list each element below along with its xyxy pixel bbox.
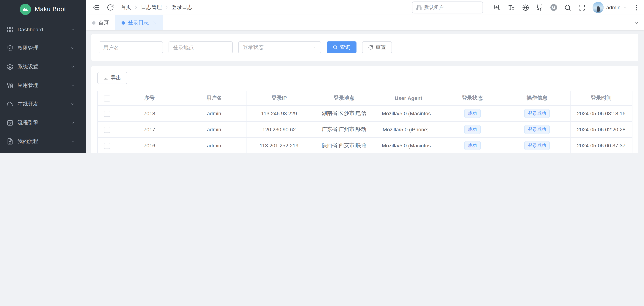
cell-login-time: 2024-05-06 00:37:37 bbox=[570, 138, 632, 153]
cell-location: 广东省|广州市|移动 bbox=[312, 121, 376, 138]
breadcrumb-log-management[interactable]: 日志管理 bbox=[141, 4, 162, 11]
row-checkbox[interactable] bbox=[104, 127, 110, 133]
operation-badge: 登录成功 bbox=[524, 109, 550, 118]
table-row: 7018admin113.246.93.229湖南省|长沙市|电信Mozilla… bbox=[98, 105, 632, 121]
sidebar-item-online-dev[interactable]: 在线开发 bbox=[0, 95, 86, 113]
chevron-down-icon bbox=[70, 102, 75, 106]
tabs: 首页登录日志 bbox=[86, 15, 163, 30]
sidebar-item-label: 流程引擎 bbox=[18, 119, 68, 126]
tab-login-log[interactable]: 登录日志 bbox=[115, 15, 163, 30]
refresh-icon bbox=[368, 45, 373, 50]
app-title: Maku Boot bbox=[35, 6, 66, 13]
login-status-placeholder: 登录状态 bbox=[243, 44, 264, 51]
cell-login-time: 2024-05-06 08:18:16 bbox=[570, 105, 632, 121]
login-log-table: 序号用户名登录IP登录地点User Agent登录状态操作信息登录时间 7018… bbox=[97, 91, 632, 153]
sidebar-item-label: 应用管理 bbox=[18, 82, 68, 89]
tab-home[interactable]: 首页 bbox=[86, 15, 115, 30]
font-size-icon[interactable] bbox=[508, 4, 515, 11]
status-badge: 成功 bbox=[464, 125, 480, 134]
operation-badge: 登录成功 bbox=[524, 125, 550, 134]
tabs-dropdown-button[interactable] bbox=[628, 15, 644, 30]
logo: Maku Boot bbox=[0, 0, 86, 19]
grid-icon bbox=[7, 26, 14, 33]
chevron-down-icon bbox=[312, 45, 316, 50]
breadcrumb-current: 登录日志 bbox=[172, 4, 192, 11]
search-icon[interactable] bbox=[564, 4, 571, 11]
cell-seq: 7016 bbox=[117, 138, 182, 153]
tenant-select[interactable]: 默认租户 bbox=[412, 2, 483, 14]
user-name: admin bbox=[606, 5, 620, 11]
cell-ip: 120.230.90.62 bbox=[246, 121, 312, 138]
table-row: 7016admin113.201.252.219陕西省|西安市|联通Mozill… bbox=[98, 138, 632, 153]
topbar: 首页 日志管理 登录日志 默认租户 bbox=[86, 0, 644, 15]
status-badge: 成功 bbox=[464, 109, 480, 118]
sidebar-item-permission[interactable]: 权限管理 bbox=[0, 39, 86, 58]
app-grid-icon bbox=[7, 82, 14, 89]
sidebar-item-label: 系统设置 bbox=[18, 64, 68, 70]
search-button[interactable]: 查询 bbox=[327, 42, 356, 53]
tab-label: 首页 bbox=[98, 20, 109, 26]
sidebar: Maku Boot Dashboard权限管理系统设置应用管理在线开发流程引擎我… bbox=[0, 0, 86, 153]
table-card: 导出 序号用户名登录IP登录地点User Agent登录状态操作信息登录时间 7… bbox=[91, 66, 638, 153]
tab-label: 登录日志 bbox=[128, 20, 149, 26]
reset-button[interactable]: 重置 bbox=[362, 42, 392, 53]
cell-user-agent: Mozilla/5.0 (Macintos... bbox=[376, 105, 441, 121]
user-menu[interactable]: admin bbox=[592, 2, 628, 13]
sidebar-item-label: Dashboard bbox=[18, 27, 68, 33]
cell-username: admin bbox=[182, 105, 246, 121]
export-button[interactable]: 导出 bbox=[97, 72, 127, 84]
table-toolbar: 导出 bbox=[97, 72, 632, 84]
content: 登录状态 查询 重置 bbox=[86, 30, 644, 153]
username-input[interactable] bbox=[99, 42, 163, 53]
operation-badge: 登录成功 bbox=[524, 141, 550, 150]
sidebar-item-application[interactable]: 应用管理 bbox=[0, 76, 86, 95]
cell-username: admin bbox=[182, 121, 246, 138]
filter-card: 登录状态 查询 重置 bbox=[91, 34, 638, 61]
row-checkbox[interactable] bbox=[104, 143, 110, 149]
column-header: 登录地点 bbox=[312, 91, 376, 105]
app-root: Maku Boot Dashboard权限管理系统设置应用管理在线开发流程引擎我… bbox=[0, 0, 644, 153]
cell-user-agent: Mozilla/5.0 (Macintos... bbox=[376, 138, 441, 153]
gitee-icon[interactable]: G bbox=[550, 4, 557, 11]
sidebar-item-my-flow[interactable]: 我的流程 bbox=[0, 132, 86, 151]
fullscreen-icon[interactable] bbox=[578, 4, 586, 11]
shield-check-icon bbox=[7, 45, 14, 52]
row-checkbox[interactable] bbox=[104, 111, 110, 117]
chevron-down-icon bbox=[70, 139, 75, 144]
translate-icon[interactable] bbox=[494, 4, 501, 11]
login-status-select[interactable]: 登录状态 bbox=[238, 42, 321, 53]
sidebar-item-label: 权限管理 bbox=[18, 45, 68, 52]
calendar-check-icon bbox=[7, 119, 14, 126]
chevron-down-icon bbox=[623, 5, 628, 10]
topbar-right: 默认租户 G bbox=[412, 2, 639, 14]
cell-location: 陕西省|西安市|联通 bbox=[312, 138, 376, 153]
more-options-icon[interactable] bbox=[635, 4, 639, 11]
column-header: 登录IP bbox=[246, 91, 312, 105]
sidebar-item-system-settings[interactable]: 系统设置 bbox=[0, 58, 86, 76]
sidebar-collapse-icon[interactable] bbox=[92, 4, 100, 11]
sidebar-item-flow-engine[interactable]: 流程引擎 bbox=[0, 113, 86, 132]
chevron-right-icon bbox=[134, 5, 138, 10]
chevron-right-icon bbox=[164, 5, 169, 10]
header-checkbox[interactable] bbox=[104, 95, 110, 101]
tab-dot-icon bbox=[92, 21, 96, 25]
refresh-icon[interactable] bbox=[107, 4, 114, 11]
column-header: 操作信息 bbox=[504, 91, 570, 105]
status-badge: 成功 bbox=[464, 141, 480, 150]
chevron-down-icon bbox=[70, 121, 75, 125]
avatar bbox=[592, 2, 604, 13]
cell-login-time: 2024-05-06 02:20:28 bbox=[570, 121, 632, 138]
cell-user-agent: Mozilla/5.0 (iPhone; ... bbox=[376, 121, 441, 138]
github-icon[interactable] bbox=[536, 4, 543, 11]
globe-icon[interactable] bbox=[522, 4, 529, 11]
breadcrumb-home[interactable]: 首页 bbox=[121, 4, 131, 11]
download-icon bbox=[103, 75, 108, 81]
sidebar-item-dashboard[interactable]: Dashboard bbox=[0, 20, 86, 39]
login-location-input[interactable] bbox=[168, 42, 233, 53]
main-area: 首页 日志管理 登录日志 默认租户 bbox=[86, 0, 644, 153]
chevron-down-icon bbox=[634, 20, 638, 25]
close-icon[interactable] bbox=[152, 21, 156, 25]
chevron-down-icon bbox=[70, 46, 75, 50]
sidebar-item-tenant[interactable]: 租户管理 bbox=[0, 151, 86, 153]
chevron-down-icon bbox=[70, 83, 75, 88]
